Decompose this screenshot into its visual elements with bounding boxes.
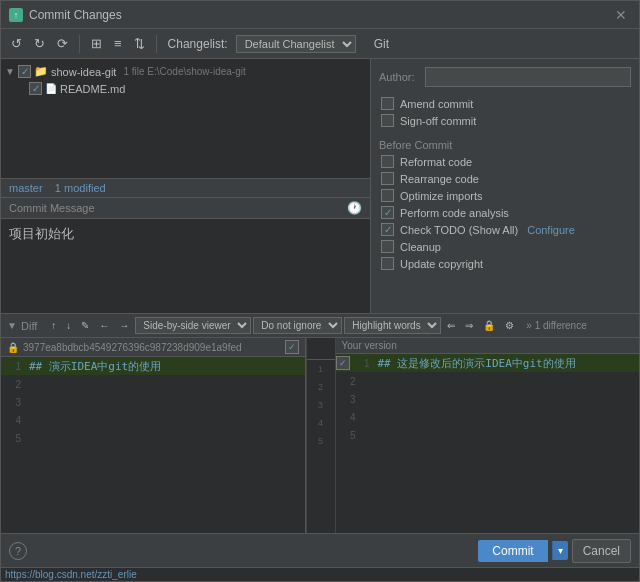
root-meta: 1 file E:\Code\show-idea-git [123,66,245,77]
redo-button[interactable]: ↻ [30,34,49,53]
perform-analysis-label: Perform code analysis [400,207,509,219]
line-num-right-1: 1 [350,358,374,369]
refresh-button[interactable]: ⟳ [53,34,72,53]
bottom-bar: ? Commit ▾ Cancel [1,533,639,567]
diff-btn2[interactable]: ⇒ [461,318,477,333]
commit-button[interactable]: Commit [478,540,547,562]
difference-count: » 1 difference [526,320,586,331]
git-tab[interactable]: Git [368,35,395,53]
perform-analysis-checkbox[interactable] [381,206,394,219]
optimize-imports-checkbox[interactable] [381,189,394,202]
check-todo-checkbox[interactable] [381,223,394,236]
update-copyright-row: Update copyright [379,257,631,270]
status-bar: master 1 modified [1,179,370,198]
diff-line-right-3: 3 [336,390,640,408]
root-checkbox[interactable] [18,65,31,78]
diff-left-header: 🔒 3977ea8bdbcb4549276396c987238d909e1a9f… [1,338,305,357]
window-title: Commit Changes [29,8,122,22]
group-button[interactable]: ⊞ [87,34,106,53]
diff-left-btn[interactable]: ← [95,318,113,333]
commit-changes-window: ↑ Commit Changes ✕ ↺ ↻ ⟳ ⊞ ≡ ⇅ Changelis… [0,0,640,582]
main-content: ▼ 📁 show-idea-git 1 file E:\Code\show-id… [1,59,639,313]
diff-right-checkbox-1[interactable] [336,356,350,370]
commit-message-area: Commit Message 🕐 [1,198,370,313]
ignore-select[interactable]: Do not ignore [253,317,342,334]
changelist-select[interactable]: Default Changelist [236,35,356,53]
lock-icon: 🔒 [7,342,19,353]
center-num-5: 5 [318,436,323,446]
file-tree: ▼ 📁 show-idea-git 1 file E:\Code\show-id… [1,59,370,179]
optimize-imports-row: Optimize imports [379,189,631,202]
diff-line-left-1: 1 ## 演示IDEA中git的使用 [1,357,305,375]
toolbar-separator2 [156,35,157,53]
diff-left-hash: 3977ea8bdbcb4549276396c987238d909e1a9fed [23,342,242,353]
help-button[interactable]: ? [9,542,27,560]
update-copyright-checkbox[interactable] [381,257,394,270]
author-label: Author: [379,71,419,83]
rearrange-code-row: Rearrange code [379,172,631,185]
window-icon: ↑ [9,8,23,22]
center-num-3: 3 [318,400,323,410]
left-panel: ▼ 📁 show-idea-git 1 file E:\Code\show-id… [1,59,371,313]
diff-right-label: Your version [342,340,397,351]
modified-count[interactable]: 1 modified [55,182,106,194]
file-checkbox[interactable] [29,82,42,95]
center-num-1: 1 [318,364,323,374]
expand-button[interactable]: ≡ [110,34,126,53]
cleanup-label: Cleanup [400,241,441,253]
check-todo-label: Check TODO (Show All) [400,224,518,236]
tree-root-item[interactable]: ▼ 📁 show-idea-git 1 file E:\Code\show-id… [1,63,370,80]
sort-button[interactable]: ⇅ [130,34,149,53]
diff-line-left-3: 3 [1,393,305,411]
amend-commit-checkbox[interactable] [381,97,394,110]
commit-textarea[interactable] [1,219,370,313]
undo-button[interactable]: ↺ [7,34,26,53]
line-num-right-5: 5 [336,430,360,441]
cleanup-checkbox[interactable] [381,240,394,253]
cancel-button[interactable]: Cancel [572,539,631,563]
diff-line-right-4: 4 [336,408,640,426]
line-num-left-3: 3 [1,397,25,408]
diff-left-lines: 1 ## 演示IDEA中git的使用 2 3 4 5 [1,357,305,533]
diff-section: ▼ Diff ↑ ↓ ✎ ← → Side-by-side viewer Do … [1,313,639,533]
diff-content: 🔒 3977ea8bdbcb4549276396c987238d909e1a9f… [1,338,639,533]
author-row: Author: [379,67,631,87]
diff-edit-btn[interactable]: ✎ [77,318,93,333]
cleanup-row: Cleanup [379,240,631,253]
diff-line-right-5: 5 [336,426,640,444]
reformat-code-checkbox[interactable] [381,155,394,168]
branch-name: master [9,182,43,194]
tree-file-item[interactable]: 📄 README.md [1,80,370,97]
diff-down-btn[interactable]: ↓ [62,318,75,333]
author-input[interactable] [425,67,631,87]
close-button[interactable]: ✕ [611,5,631,25]
commit-dropdown-button[interactable]: ▾ [552,541,568,560]
diff-right-btn[interactable]: → [115,318,133,333]
signoff-commit-row: Sign-off commit [379,114,631,127]
signoff-commit-checkbox[interactable] [381,114,394,127]
center-num-2: 2 [318,382,323,392]
rearrange-code-label: Rearrange code [400,173,479,185]
file-label: README.md [60,83,125,95]
diff-settings-btn[interactable]: ⚙ [501,318,518,333]
diff-left-panel: 🔒 3977ea8bdbcb4549276396c987238d909e1a9f… [1,338,306,533]
file-icon: 📄 [45,83,57,94]
diff-up-btn[interactable]: ↑ [47,318,60,333]
diff-left-checkbox[interactable] [285,340,299,354]
amend-commit-row: Amend commit [379,97,631,110]
line-num-left-2: 2 [1,379,25,390]
toolbar: ↺ ↻ ⟳ ⊞ ≡ ⇅ Changelist: Default Changeli… [1,29,639,59]
reformat-code-row: Reformat code [379,155,631,168]
folder-icon: 📁 [34,65,48,78]
diff-lock-btn[interactable]: 🔒 [479,318,499,333]
diff-collapse-arrow[interactable]: ▼ [7,320,17,331]
rearrange-code-checkbox[interactable] [381,172,394,185]
diff-btn1[interactable]: ⇐ [443,318,459,333]
right-panel: Author: Amend commit Sign-off commit Bef… [371,59,639,313]
configure-link[interactable]: Configure [527,224,575,236]
reformat-code-label: Reformat code [400,156,472,168]
viewer-select[interactable]: Side-by-side viewer [135,317,251,334]
center-num-4: 4 [318,418,323,428]
bottom-right: Commit ▾ Cancel [478,539,631,563]
highlight-select[interactable]: Highlight words [344,317,441,334]
